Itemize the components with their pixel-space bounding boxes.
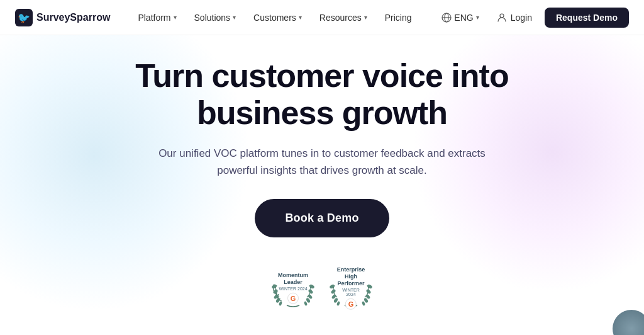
nav-item-customers[interactable]: Customers ▾ [246, 9, 309, 26]
svg-text:🐦: 🐦 [18, 12, 30, 24]
g2-logo: G [287, 293, 299, 304]
hero-subtitle: Our unified VOC platform tunes in to cus… [158, 145, 486, 179]
chevron-down-icon: ▾ [233, 14, 236, 21]
nav-right: ENG ▾ Login Request Demo [436, 8, 629, 28]
decorative-circle [613, 310, 644, 335]
badge-enterprise-text: Enterprise High Performer WINTER 2024 G [337, 266, 365, 309]
chevron-down-icon: ▾ [299, 14, 302, 21]
badge-momentum-leader-text: Momentum Leader WINTER 2024 G [278, 272, 308, 304]
login-button[interactable]: Login [492, 10, 537, 25]
badge-line1: Momentum [278, 272, 308, 279]
badge-momentum-leader: Momentum Leader WINTER 2024 G [268, 263, 318, 313]
book-demo-button[interactable]: Book a Demo [255, 199, 389, 237]
logo-text: SurveySparrow [36, 12, 110, 23]
nav-item-resources[interactable]: Resources ▾ [312, 9, 375, 26]
badge-season: WINTER 2024 [279, 287, 307, 291]
svg-point-22 [367, 284, 372, 289]
svg-point-5 [500, 14, 504, 18]
logo-icon: 🐦 [15, 9, 33, 26]
hero-content: Turn customer voice into business growth… [89, 57, 555, 314]
nav-links: Platform ▾ Solutions ▾ Customers ▾ Resou… [130, 9, 436, 26]
navigation: 🐦 SurveySparrow Platform ▾ Solutions ▾ C… [0, 0, 644, 35]
nav-item-pricing[interactable]: Pricing [377, 9, 419, 26]
request-demo-button[interactable]: Request Demo [545, 8, 629, 28]
hero-title: Turn customer voice into business growth [102, 57, 542, 133]
g2-logo: G [345, 298, 357, 310]
globe-icon [441, 13, 452, 23]
nav-item-platform[interactable]: Platform ▾ [130, 9, 184, 26]
badge-season: WINTER 2024 [337, 288, 365, 297]
hero-section: Turn customer voice into business growth… [0, 35, 644, 335]
svg-point-17 [329, 284, 335, 289]
badge-line1: Enterprise [337, 266, 365, 273]
badge-enterprise-high-performer: Enterprise High Performer WINTER 2024 G [326, 263, 376, 313]
nav-item-solutions[interactable]: Solutions ▾ [187, 9, 244, 26]
logo[interactable]: 🐦 SurveySparrow [15, 9, 110, 26]
user-icon [497, 13, 507, 23]
chevron-down-icon: ▾ [476, 14, 479, 21]
badge-line2: High Performer [337, 273, 365, 287]
badge-line2: Leader [284, 279, 303, 286]
chevron-down-icon: ▾ [364, 14, 367, 21]
svg-point-12 [309, 284, 314, 289]
chevron-down-icon: ▾ [174, 14, 177, 21]
language-selector[interactable]: ENG ▾ [436, 10, 484, 25]
badges-container: Momentum Leader WINTER 2024 G [268, 263, 376, 313]
